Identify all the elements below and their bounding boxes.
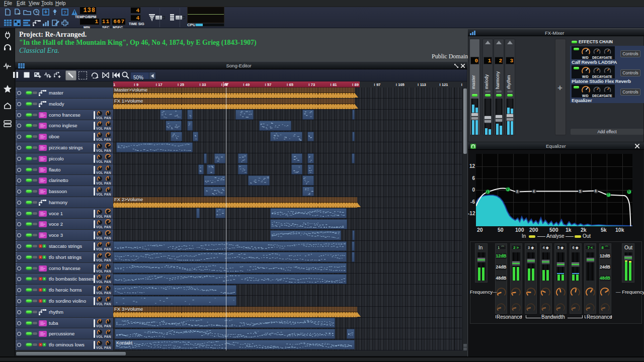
svg-text:?: ?: [63, 10, 66, 15]
